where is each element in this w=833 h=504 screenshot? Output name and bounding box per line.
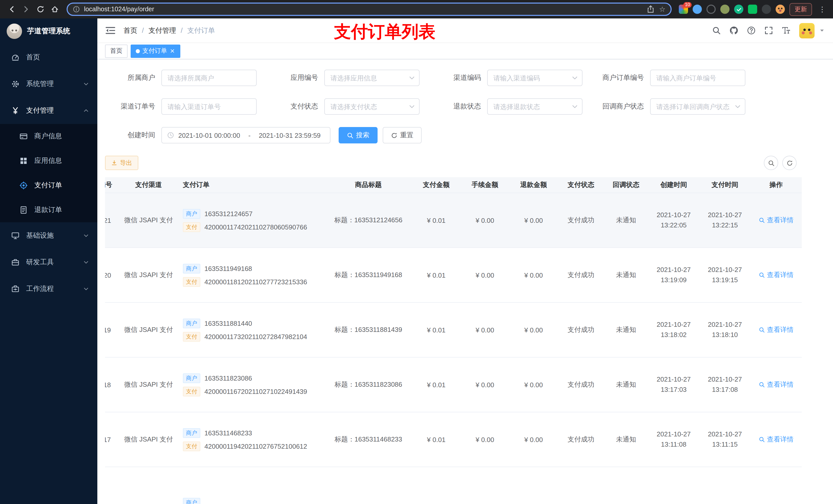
cell-notify: 未通知 (604, 412, 648, 466)
browser-home-button[interactable] (48, 3, 62, 16)
merchant-filter-input[interactable] (161, 70, 257, 86)
create-date: 2021-10-27 (657, 320, 691, 330)
cell-notify (604, 467, 648, 504)
cell-order: 商户 (179, 467, 325, 504)
extension-icon-6[interactable] (748, 5, 757, 14)
search-icon[interactable] (712, 26, 721, 35)
font-size-icon[interactable] (782, 26, 790, 35)
filter-row-2: 渠道订单号 支付状态 退款状态 回调商户状态 (105, 98, 825, 115)
fullscreen-icon[interactable] (764, 26, 773, 35)
sidebar: 芋道管理系统 首页 系统管理 支付管理 商户信息 (0, 19, 97, 504)
refund-amount: ¥ 0.00 (524, 436, 543, 443)
pay-amount: ¥ 0.01 (427, 381, 446, 388)
pay-channel: 微信 JSAPI 支付 (124, 380, 173, 389)
order-id: 117 (105, 436, 111, 443)
refund-amount: ¥ 0.00 (524, 381, 543, 388)
breadcrumb-payment[interactable]: 支付管理 (137, 26, 176, 35)
col-amount: 支付金额 (412, 177, 460, 193)
browser-update-button[interactable]: 更新 (789, 3, 812, 16)
pay-order-line: 支付 4200001173202110272847982104 (183, 332, 307, 341)
cell-amount: ¥ 0.01 (412, 248, 460, 302)
cell-order: 商户 1635311468233 支付 42000011942021102767… (179, 412, 325, 466)
sidebar-item-system[interactable]: 系统管理 (0, 71, 97, 97)
refresh-button[interactable] (782, 156, 796, 170)
url-bar[interactable]: localhost:1024/pay/order ☆ (67, 3, 672, 16)
sidebar-item-label: 研发工具 (26, 258, 76, 267)
sidebar-item-pay-order[interactable]: 支付订单 (0, 173, 97, 198)
cell-refund: ¥ 0.00 (509, 193, 558, 247)
merchant-order-no: 1635311881440 (205, 319, 252, 327)
view-detail-link[interactable]: 查看详情 (759, 435, 793, 444)
extension-icon-1[interactable]: 10 (679, 5, 688, 14)
view-detail-link[interactable]: 查看详情 (759, 325, 793, 334)
browser-forward-button[interactable] (20, 3, 33, 16)
sidebar-item-workflow[interactable]: 工作流程 (0, 275, 97, 302)
view-detail-link[interactable]: 查看详情 (759, 380, 793, 389)
pay-status: 支付成功 (568, 435, 594, 444)
extension-icon-3[interactable] (707, 5, 716, 14)
browser-menu-icon[interactable]: ⋮ (817, 5, 828, 13)
sidebar-item-refund-order[interactable]: 退款订单 (0, 198, 97, 222)
sidebar-item-home[interactable]: 首页 (0, 44, 97, 71)
app-logo[interactable]: 芋道管理系统 (0, 19, 97, 44)
cell-status: 支付成功 (558, 412, 604, 466)
caret-down-icon[interactable] (819, 28, 825, 33)
channel-code-select[interactable] (487, 70, 582, 86)
site-info-icon[interactable] (73, 6, 80, 13)
question-icon[interactable] (747, 26, 756, 35)
pay-order-line: 支付 4200001194202110276752100612 (183, 441, 307, 451)
sidebar-item-label: 退款订单 (34, 206, 89, 215)
search-button[interactable]: 搜索 (339, 127, 378, 143)
extensions-area: 10 更新 ⋮ (677, 3, 828, 16)
cell-fee: ¥ 0.00 (460, 193, 509, 247)
github-icon[interactable] (730, 26, 738, 35)
col-id: 编号 (105, 177, 118, 193)
extension-icon-5[interactable] (734, 5, 743, 14)
extension-icon-4[interactable] (720, 5, 730, 14)
pay-status-select[interactable] (324, 98, 420, 115)
sidebar-fold-icon[interactable] (105, 26, 115, 35)
extensions-puzzle-icon[interactable] (762, 5, 771, 14)
share-icon[interactable] (647, 5, 655, 13)
cell-id: 118 (105, 358, 118, 412)
date-range-picker[interactable]: 2021-10-01 00:00:00 - 2021-10-31 23:59:5… (161, 127, 330, 143)
cell-create-time: 2021-10-2713:18:02 (648, 303, 699, 357)
cell-pay-time: 2021-10-2713:19:15 (699, 248, 751, 302)
close-icon[interactable] (170, 48, 175, 54)
user-avatar[interactable] (799, 23, 814, 38)
sidebar-item-merchant-info[interactable]: 商户信息 (0, 124, 97, 148)
reset-button[interactable]: 重置 (383, 127, 422, 143)
view-detail-link[interactable]: 查看详情 (759, 270, 793, 280)
refund-status-select[interactable] (487, 98, 582, 115)
sidebar-item-label: 首页 (26, 53, 89, 62)
pay-status: 支付成功 (568, 325, 594, 334)
bookmark-star-icon[interactable]: ☆ (659, 5, 665, 13)
pay-time: 13:18:10 (708, 330, 742, 340)
sidebar-item-dev-tools[interactable]: 研发工具 (0, 249, 97, 275)
channel-order-no-input[interactable] (161, 98, 257, 115)
cell-status (558, 467, 604, 504)
export-button[interactable]: 导出 (105, 156, 138, 170)
merchant-order-no-input[interactable] (650, 70, 745, 86)
cell-title: 标题：1635311881439 (325, 303, 412, 357)
breadcrumb-home[interactable]: 首页 (123, 26, 137, 35)
extension-icon-7[interactable] (776, 5, 785, 14)
cell-channel: 微信 JSAPI 支付 (118, 248, 179, 302)
cell-refund (509, 467, 558, 504)
search-toggle-button[interactable] (764, 156, 778, 170)
sidebar-item-app-info[interactable]: 应用信息 (0, 148, 97, 173)
notify-status-select[interactable] (650, 98, 745, 115)
tab-home[interactable]: 首页 (105, 44, 127, 57)
view-detail-link[interactable]: 查看详情 (759, 216, 793, 225)
merchant-badge: 商户 (183, 373, 200, 383)
pay-order-no: 4200001174202110278060590766 (205, 223, 307, 231)
tab-pay-order[interactable]: 支付订单 (130, 44, 180, 57)
extension-icon-2[interactable] (693, 5, 702, 14)
filter-label: 渠道订单号 (105, 102, 161, 111)
app-filter-select[interactable] (324, 70, 420, 86)
sidebar-item-payment[interactable]: 支付管理 (0, 97, 97, 124)
cell-amount (412, 467, 460, 504)
sidebar-item-infrastructure[interactable]: 基础设施 (0, 222, 97, 249)
browser-reload-button[interactable] (34, 3, 47, 16)
browser-back-button[interactable] (5, 3, 19, 16)
